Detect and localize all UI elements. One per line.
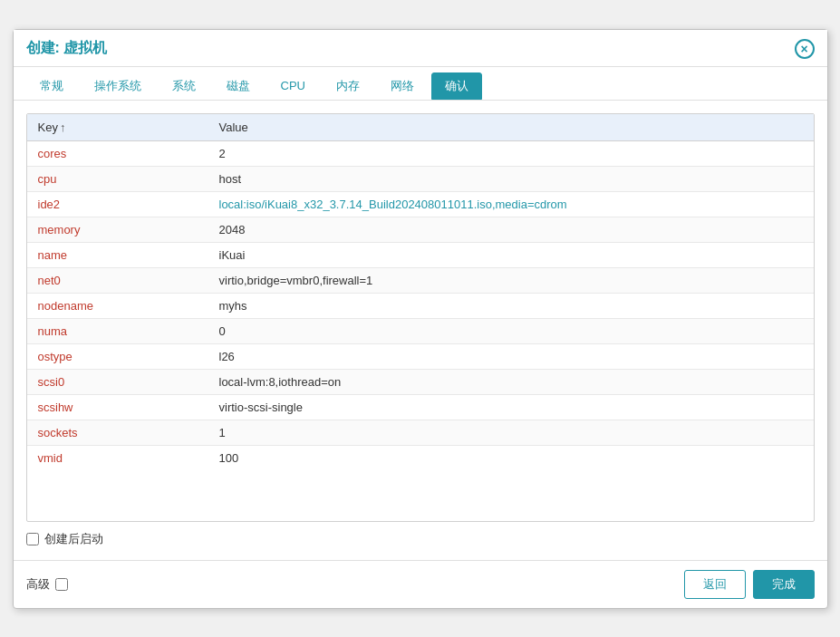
table-row: scsi0local-lvm:8,iothread=on [27, 369, 814, 394]
value-cell: local-lvm:8,iothread=on [208, 369, 814, 394]
key-cell: memory [27, 217, 208, 242]
value-cell: l26 [208, 343, 814, 369]
tab-network[interactable]: 网络 [377, 72, 428, 100]
value-cell: virtio,bridge=vmbr0,firewall=1 [208, 267, 814, 293]
value-cell: myhs [208, 293, 814, 318]
value-cell: iKuai [208, 242, 814, 267]
create-vm-dialog: 创建: 虚拟机 × 常规 操作系统 系统 磁盘 CPU 内存 网络 确认 Key… [13, 29, 828, 609]
back-button[interactable]: 返回 [684, 570, 746, 599]
value-cell: 2048 [208, 217, 814, 242]
tab-bar: 常规 操作系统 系统 磁盘 CPU 内存 网络 确认 [14, 67, 827, 101]
advanced-checkbox[interactable] [55, 578, 68, 591]
create-start-row: 创建后启动 [26, 522, 815, 547]
table-row: numa0 [27, 318, 814, 343]
table-row: net0virtio,bridge=vmbr0,firewall=1 [27, 267, 814, 293]
table-row: nameiKuai [27, 242, 814, 267]
value-cell: 0 [208, 318, 814, 343]
create-after-start-label[interactable]: 创建后启动 [26, 531, 103, 547]
col-header-value: Value [208, 114, 814, 141]
key-cell: ide2 [27, 191, 208, 217]
tab-disk[interactable]: 磁盘 [213, 72, 264, 100]
dialog-footer: 高级 返回 完成 [14, 560, 827, 608]
tab-memory[interactable]: 内存 [323, 72, 373, 100]
table-row: ostypel26 [27, 343, 814, 369]
dialog-title-bar: 创建: 虚拟机 × [14, 30, 827, 67]
value-cell: 1 [208, 420, 814, 445]
value-cell: 2 [208, 140, 814, 166]
table-row: sockets1 [27, 420, 814, 445]
key-cell: sockets [27, 420, 208, 445]
key-cell: vmid [27, 445, 208, 470]
value-cell: virtio-scsi-single [208, 394, 814, 420]
close-button[interactable]: × [795, 39, 815, 59]
summary-table-container: Key↑ Value cores2cpuhostide2local:iso/iK… [26, 113, 815, 522]
create-after-start-text: 创建后启动 [44, 531, 103, 547]
tab-cpu[interactable]: CPU [267, 73, 319, 98]
table-row: cpuhost [27, 166, 814, 191]
key-cell: numa [27, 318, 208, 343]
tab-system[interactable]: 系统 [159, 72, 209, 100]
key-cell: scsihw [27, 394, 208, 420]
value-cell: host [208, 166, 814, 191]
create-after-start-checkbox[interactable] [26, 533, 39, 545]
dialog-title: 创建: 虚拟机 [26, 39, 108, 58]
main-content: Key↑ Value cores2cpuhostide2local:iso/iK… [14, 101, 827, 560]
tab-os[interactable]: 操作系统 [81, 72, 155, 100]
key-cell: cpu [27, 166, 208, 191]
summary-table: Key↑ Value cores2cpuhostide2local:iso/iK… [27, 114, 814, 470]
col-header-key: Key↑ [27, 114, 208, 141]
advanced-section: 高级 [26, 576, 68, 593]
table-row: memory2048 [27, 217, 814, 242]
key-cell: ostype [27, 343, 208, 369]
value-cell: local:iso/iKuai8_x32_3.7.14_Build2024080… [208, 191, 814, 217]
finish-button[interactable]: 完成 [753, 570, 815, 599]
table-row: cores2 [27, 140, 814, 166]
key-cell: net0 [27, 267, 208, 293]
table-row: scsihwvirtio-scsi-single [27, 394, 814, 420]
key-cell: scsi0 [27, 369, 208, 394]
table-row: ide2local:iso/iKuai8_x32_3.7.14_Build202… [27, 191, 814, 217]
tab-confirm[interactable]: 确认 [431, 72, 482, 100]
tab-general[interactable]: 常规 [26, 72, 77, 100]
key-cell: nodename [27, 293, 208, 318]
table-row: nodenamemyhs [27, 293, 814, 318]
table-row: vmid100 [27, 445, 814, 470]
advanced-label: 高级 [26, 576, 50, 593]
value-cell: 100 [208, 445, 814, 470]
key-cell: cores [27, 140, 208, 166]
sort-arrow-icon: ↑ [60, 121, 66, 134]
key-cell: name [27, 242, 208, 267]
